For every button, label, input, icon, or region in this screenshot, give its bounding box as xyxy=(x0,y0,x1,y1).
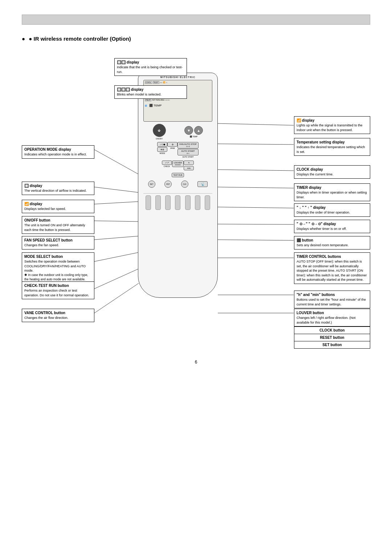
auto-start-button[interactable]: AUTO START⊙·+ xyxy=(177,149,198,155)
ann-fan-speed-display-text: Displays selected fan speed. xyxy=(24,207,92,211)
note-text: In case the outdoor unit is cooling only… xyxy=(24,273,88,281)
receiver-icon: 📡 xyxy=(197,181,208,187)
ann-h-min-title: "h" and "min" buttons xyxy=(297,292,368,297)
mode-select-note: ✱ In case the outdoor unit is cooling on… xyxy=(24,273,92,282)
svg-line-4 xyxy=(94,236,139,240)
ann-louver-text: Changes left / right airflow direction. … xyxy=(297,316,368,325)
ann-onoff-title: ON/OFF button xyxy=(24,218,92,223)
ann-model-display-text: Blinks when model is selected. xyxy=(117,92,184,97)
svg-line-11 xyxy=(218,144,294,145)
svg-line-3 xyxy=(94,221,139,222)
svg-line-12 xyxy=(218,170,294,171)
ann-mode-select-title: MODE SELECT button xyxy=(24,254,92,259)
page: ● ● IR wireless remote controller (Optio… xyxy=(0,0,392,556)
ann-timer-control: TIMER CONTROL buttons AUTO STOP (OFF tim… xyxy=(294,252,370,284)
section-title: ● ● IR wireless remote controller (Optio… xyxy=(22,36,370,42)
svg-line-15 xyxy=(218,224,294,224)
remote-brand: MITSUBISHI ELECTRIC xyxy=(160,76,195,78)
ann-temp-button: ⬛ button Sets any desired room temperatu… xyxy=(294,236,370,249)
ann-onoff-button: ON/OFF button The unit is turned ON and … xyxy=(22,216,94,234)
ann-fan-speed-select-title: FAN SPEED SELECT button xyxy=(24,238,92,243)
ann-fan-speed-select-text: Changes the fan speed. xyxy=(24,243,92,248)
ann-mode-select-text: Switches the operation mode between COOL… xyxy=(24,259,92,273)
ann-vane-display-text: The vertical direction of airflow is ind… xyxy=(24,188,92,193)
page-number: 6 xyxy=(22,360,370,365)
ann-h-min-buttons: "h" and "min" buttons Buttons used to se… xyxy=(294,291,370,308)
diagram-area: MITSUBISHI ELECTRIC COOL TEST □□ 📶 ☆ DRY… xyxy=(22,51,370,349)
test-run-button[interactable]: TEST RUN xyxy=(172,173,184,177)
ann-fan-speed-display-title: 📶 display xyxy=(24,202,92,207)
ann-onoff-text: The unit is turned ON and OFF alternatel… xyxy=(24,223,92,232)
ann-mode-select: MODE SELECT button Switches the operatio… xyxy=(22,252,94,284)
ann-temp-setting: Temperature setting display Indicates th… xyxy=(294,138,370,156)
ann-louver-title: LOUVER button xyxy=(297,311,368,316)
ann-arrow-display-title: " ↓ " " ↑ " display xyxy=(297,205,368,210)
ann-h-min-text: Buttons used to set the "hour and minute… xyxy=(297,297,368,307)
ann-timer-display-title: TIMER display xyxy=(297,185,368,190)
ann-op-mode-title: OPERATION MODE display xyxy=(24,147,92,152)
svg-line-13 xyxy=(218,187,294,188)
ann-temp-setting-text: Indicates the desired temperature settin… xyxy=(297,145,368,154)
clock-button[interactable]: CLK xyxy=(181,180,188,188)
ann-op-mode-text: Indicates which operation mode is in eff… xyxy=(24,152,92,157)
mode-fan-buttons[interactable]: ☆▽⬟ xyxy=(157,142,167,147)
ann-vane-display: 🔲 display The vertical direction of airf… xyxy=(22,182,94,195)
reset-button[interactable]: RST xyxy=(164,180,172,188)
ann-inspect-display-title: 🔲🔲 display xyxy=(117,60,184,65)
ann-timer-display: TIMER display Displays when in timer ope… xyxy=(294,183,370,201)
ann-clock-display-text: Displays the current time. xyxy=(297,172,368,177)
h-button[interactable]: h xyxy=(184,161,194,165)
set-button[interactable]: SET xyxy=(148,180,155,188)
ann-model-display: 🔲🔲🔲 display Blinks when model is selecte… xyxy=(114,85,187,99)
ann-temp-button-text: Sets any desired room temperature. xyxy=(297,243,368,248)
ann-vane-ctrl-text: Changes the air flow direction. xyxy=(24,316,92,320)
ann-signal-display-text: Lights up while the signal is transmitte… xyxy=(297,123,368,132)
ann-timer-display-text: Displays when in timer operation or when… xyxy=(297,190,368,199)
ann-timer-onoff-display: " ⊙→" " ⊙→⊙" display Displays whether ti… xyxy=(294,220,370,233)
temp-up-button[interactable]: ▲ xyxy=(194,126,203,135)
svg-line-1 xyxy=(94,187,139,192)
ann-arrow-display: " ↓ " " ↑ " display Displays the order o… xyxy=(294,203,370,217)
ann-inspect-display-text: Indicate that the unit is being checked … xyxy=(117,65,184,74)
mode-fan-buttons2[interactable]: ❄⚙ xyxy=(157,147,167,152)
remote-controller: MITSUBISHI ELECTRIC COOL TEST □□ 📶 ☆ DRY… xyxy=(138,73,218,298)
clock-reset-set-box: CLOCK button RESET button SET button xyxy=(294,326,370,349)
auto-stop-button[interactable]: FAN AUTO STOP⊙·⊙ xyxy=(177,142,198,149)
ann-signal-display: 📶 display Lights up while the signal is … xyxy=(294,116,370,134)
ann-vane-control: VANE CONTROL button Changes the air flow… xyxy=(22,309,94,322)
ann-louver-button: LOUVER button Changes left / right airfl… xyxy=(294,309,370,326)
clock-button-label: CLOCK button xyxy=(294,327,370,334)
onoff-button[interactable]: ⏻ xyxy=(153,124,166,137)
svg-line-5 xyxy=(94,252,139,261)
louver-button-ctrl[interactable]: LOUVER━━━━ xyxy=(172,161,184,167)
ann-vane-ctrl-title: VANE CONTROL button xyxy=(24,311,92,316)
vane-button[interactable]: ⚙ xyxy=(167,142,177,147)
ann-timer-onoff-text: Displays whether timer is on or off. xyxy=(297,227,368,231)
ann-signal-display-title: 📶 display xyxy=(297,118,368,123)
min-button[interactable]: min xyxy=(184,166,194,170)
svg-line-2 xyxy=(94,202,139,204)
ann-check-test-text: Performs an inspection check or test ope… xyxy=(24,288,92,297)
ann-check-test-title: CHECK-TEST RUN button xyxy=(24,283,92,288)
svg-line-7 xyxy=(94,283,139,313)
ann-fan-speed-select: FAN SPEED SELECT button Changes the fan … xyxy=(22,236,94,249)
ann-vane-display-title: 🔲 display xyxy=(24,183,92,188)
section-title-text: ● IR wireless remote controller (Option) xyxy=(29,36,131,42)
svg-line-10 xyxy=(218,123,294,125)
ann-timer-onoff-title: " ⊙→" " ⊙→⊙" display xyxy=(297,222,368,227)
ann-fan-speed-display: 📶 display Displays selected fan speed. xyxy=(22,200,94,213)
ann-clock-display: CLOCK display Displays the current time. xyxy=(294,165,370,179)
set-button-label: SET button xyxy=(294,341,370,348)
bullet-icon: ● xyxy=(22,36,25,42)
ann-timer-ctrl-title: TIMER CONTROL buttons xyxy=(297,254,368,259)
ann-timer-ctrl-text: AUTO STOP (OFF timer): when this switch … xyxy=(297,259,368,282)
svg-line-6 xyxy=(94,269,139,289)
ann-model-display-title: 🔲🔲🔲 display xyxy=(117,87,184,92)
svg-line-14 xyxy=(218,207,294,208)
svg-line-16 xyxy=(218,240,294,240)
temp-down-button[interactable]: ▼ xyxy=(184,126,193,135)
ann-inspect-display: 🔲🔲 display Indicate that the unit is bei… xyxy=(114,58,187,76)
check-button[interactable]: ✓↗ xyxy=(162,161,172,165)
reset-button-label: RESET button xyxy=(294,334,370,341)
ann-op-mode-display: OPERATION MODE display Indicates which o… xyxy=(22,145,94,159)
